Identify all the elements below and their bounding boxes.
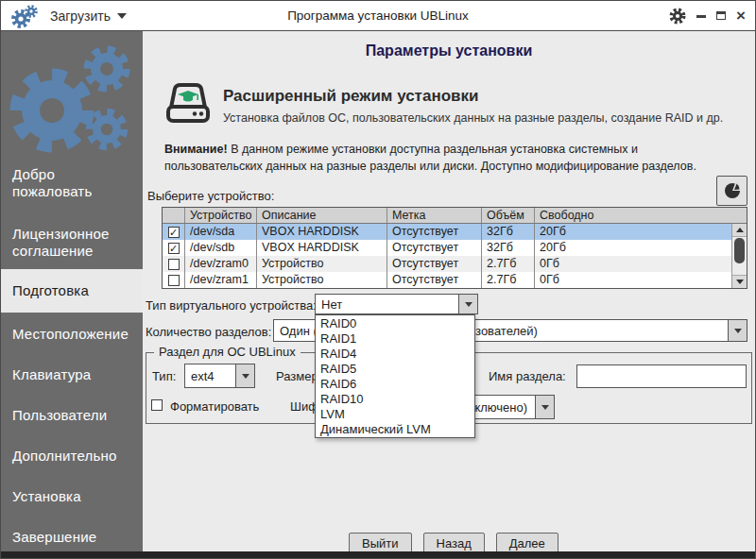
partition-count-label: Количество разделов: [146,325,271,339]
chevron-down-icon [734,329,742,333]
sidebar-item-preparation[interactable]: Подготовка [1,269,143,313]
sidebar-item-users[interactable]: Пользователи [12,407,124,424]
table-row[interactable]: ✓ /dev/sda VBOX HARDDISK Отсутствует 32Г… [163,224,747,240]
type-label: Тип: [152,369,176,383]
sidebar-gears-logo [1,39,143,161]
dropdown-option[interactable]: Динамический LVM [316,422,474,437]
exit-button[interactable]: Выйти [349,533,412,551]
virtual-device-value: Нет [316,295,458,313]
table-row[interactable]: ✓ /dev/sdb VBOX HARDDISK Отсутствует 32Г… [163,240,747,256]
device-table: Устройство Описание Метка Объём Свободно… [162,207,747,289]
warning-bold: Внимание! [164,143,228,156]
format-checkbox[interactable] [151,399,163,411]
cell-device: /dev/zram1 [185,272,257,288]
mode-title: Расширенный режим установки [223,87,478,106]
cell-size: 32Гб [482,224,535,240]
sidebar-item-license[interactable]: Лицензионное соглашение [12,226,124,259]
fieldset-legend: Раздел для ОС UBLinux [154,345,301,359]
cell-size: 2.7Гб [482,256,535,272]
sidebar-item-finish[interactable]: Завершение [12,529,124,546]
warning-text: Внимание! В данном режиме установки дост… [164,142,724,175]
bottom-accent-bar [1,551,755,558]
chevron-down-icon [117,13,127,19]
virtual-device-label: Тип виртуального устройства: [146,298,317,313]
app-logo-gears-icon [10,3,39,29]
header-device: Устройство [185,208,257,223]
wizard-buttons: Выйти Назад Далее [349,533,558,551]
settings-gear-icon[interactable] [669,8,686,25]
device-table-header: Устройство Описание Метка Объём Свободно [163,208,747,224]
sidebar-item-install[interactable]: Установка [12,488,124,505]
disk-usage-button[interactable] [716,176,747,206]
load-button-label: Загрузить [50,8,111,24]
cell-size: 2.7Гб [482,272,535,288]
row-checkbox[interactable]: ✓ [168,227,180,238]
mode-description: Установка файлов ОС, пользовательских да… [223,111,723,125]
cell-free: 20Гб [535,224,747,240]
chevron-down-icon [465,302,472,307]
pie-chart-icon [723,181,742,200]
cell-free: 0Гб [535,256,747,272]
device-section-label: Выберите устройство: [147,189,274,203]
page-title: Параметры установки [143,42,755,59]
cell-device: /dev/sda [185,224,257,240]
cell-description: VBOX HARDDISK [257,240,387,256]
header-label: Метка [387,208,482,223]
header-free: Свободно [535,208,747,223]
cell-description: Устройство [257,272,387,288]
cell-device: /dev/sdb [185,240,257,256]
sidebar-item-location[interactable]: Местоположение [12,326,124,343]
scroll-up-icon[interactable] [732,224,747,237]
partition-name-label: Имя раздела: [489,369,566,383]
cell-label: Отсутствует [387,240,482,256]
back-button[interactable]: Назад [423,533,485,551]
sidebar-item-welcome[interactable]: Добро пожаловать [12,166,124,199]
scroll-down-icon[interactable] [732,275,747,288]
cell-description: Устройство [257,256,387,272]
fs-type-combobox[interactable]: ext4 [184,364,255,388]
minimize-icon[interactable] [696,15,706,18]
dropdown-option[interactable]: LVM [316,407,474,422]
virtual-device-combobox[interactable]: Нет [315,294,478,314]
advanced-mode-drive-icon [163,82,213,126]
cell-description: VBOX HARDDISK [257,224,387,240]
cell-label: Отсутствует [387,256,482,272]
installer-window: Программа установки UBLinux Загрузить [0,0,756,559]
next-button[interactable]: Далее [496,533,558,551]
dropdown-option[interactable]: RAID10 [316,392,474,407]
format-label: Форматировать [170,399,259,414]
table-row[interactable]: /dev/zram0 Устройство Отсутствует 2.7Гб … [163,256,747,272]
header-size: Объём [482,208,535,223]
cell-device: /dev/zram0 [185,256,257,272]
header-description: Описание [257,208,387,223]
row-checkbox[interactable] [168,275,180,286]
cell-free: 20Гб [535,240,747,256]
scrollbar-thumb[interactable] [734,238,745,263]
header-checkbox-cell [163,208,185,223]
cell-size: 32Гб [482,240,535,256]
chevron-down-icon [242,374,249,379]
sidebar-item-keyboard[interactable]: Клавиатура [12,366,124,383]
cell-free: 0Гб [535,272,747,288]
chevron-down-icon [541,405,549,410]
sidebar: Добро пожаловать Лицензионное соглашение… [1,31,143,551]
dropdown-option[interactable]: RAID6 [316,377,474,392]
table-scrollbar[interactable] [731,224,747,288]
partition-name-input[interactable] [576,364,747,388]
maximize-icon[interactable] [716,11,726,20]
close-icon[interactable]: × [736,9,746,23]
load-button[interactable]: Загрузить [50,8,127,24]
dropdown-option[interactable]: RAID5 [316,362,474,377]
dropdown-option[interactable]: RAID1 [316,331,474,347]
dropdown-option[interactable]: RAID4 [316,347,474,362]
fs-type-value: ext4 [185,364,235,387]
cell-label: Отсутствует [387,224,482,240]
row-checkbox[interactable] [168,259,180,270]
virtual-device-dropdown-list: RAID0 RAID1 RAID4 RAID5 RAID6 RAID10 LVM… [315,314,475,438]
row-checkbox[interactable]: ✓ [168,243,180,254]
cell-label: Отсутствует [387,272,482,288]
titlebar: Программа установки UBLinux Загрузить [1,1,755,31]
sidebar-item-additional[interactable]: Дополнительно [12,448,124,465]
table-row[interactable]: /dev/zram1 Устройство Отсутствует 2.7Гб … [163,272,747,288]
dropdown-option[interactable]: RAID0 [316,316,474,331]
